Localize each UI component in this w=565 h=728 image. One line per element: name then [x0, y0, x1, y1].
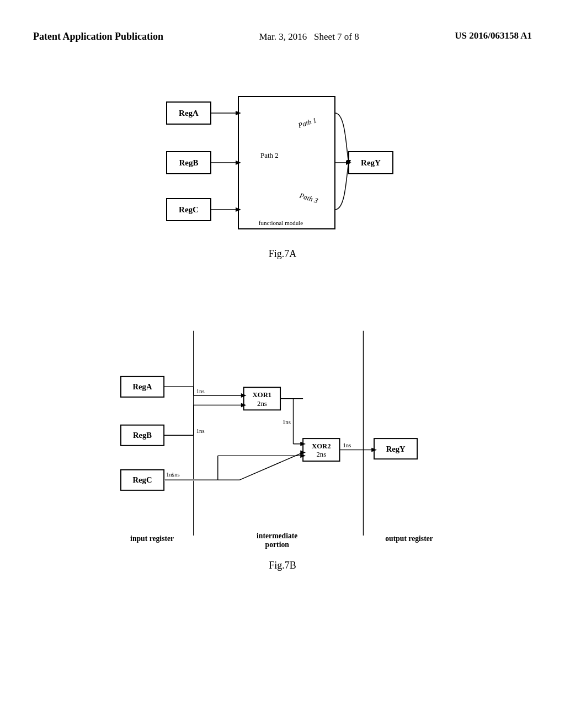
svg-text:RegY: RegY	[361, 158, 381, 167]
svg-text:RegB: RegB	[179, 158, 199, 167]
svg-text:RegC: RegC	[133, 475, 152, 484]
publication-title: Patent Application Publication	[33, 30, 163, 43]
svg-text:1ns: 1ns	[166, 471, 174, 478]
fig7a-diagram: RegA RegB RegC RegY functional module	[150, 88, 415, 243]
svg-text:portion: portion	[265, 540, 290, 549]
fig7b-diagram: RegA RegB RegC XOR1 2ns XOR2 2ns RegY	[106, 325, 459, 557]
fig7a-container: RegA RegB RegC RegY functional module	[139, 88, 426, 260]
svg-text:output register: output register	[385, 534, 433, 543]
svg-text:Path 2: Path 2	[260, 151, 279, 159]
fig7b-container: RegA RegB RegC XOR1 2ns XOR2 2ns RegY	[100, 325, 465, 571]
svg-text:RegA: RegA	[179, 109, 199, 117]
svg-text:RegA: RegA	[133, 382, 152, 391]
svg-text:RegY: RegY	[386, 445, 406, 453]
svg-rect-8	[238, 97, 335, 229]
svg-text:2ns: 2ns	[257, 400, 267, 408]
svg-text:RegC: RegC	[179, 205, 199, 214]
svg-text:XOR1: XOR1	[253, 391, 272, 399]
svg-text:1ns: 1ns	[196, 388, 205, 394]
svg-text:1ns: 1ns	[196, 427, 205, 434]
svg-text:XOR2: XOR2	[312, 442, 331, 450]
svg-text:functional module: functional module	[259, 220, 303, 226]
svg-text:2ns: 2ns	[317, 451, 327, 458]
sheet-info: Sheet 7 of 8	[314, 31, 359, 42]
svg-text:input register: input register	[130, 534, 174, 543]
svg-text:RegB: RegB	[133, 431, 152, 440]
publication-date: Mar. 3, 2016	[259, 31, 307, 42]
header-center: Mar. 3, 2016 Sheet 7 of 8	[259, 30, 359, 44]
svg-line-54	[239, 453, 303, 480]
patent-number: US 2016/063158 A1	[455, 30, 532, 41]
svg-text:1ns: 1ns	[282, 419, 291, 425]
svg-text:1ns: 1ns	[343, 442, 351, 448]
fig7a-label: Fig.7A	[139, 248, 426, 260]
fig7b-label: Fig.7B	[100, 560, 465, 571]
page-header: Patent Application Publication Mar. 3, 2…	[33, 30, 532, 44]
svg-text:intermediate: intermediate	[257, 532, 297, 540]
